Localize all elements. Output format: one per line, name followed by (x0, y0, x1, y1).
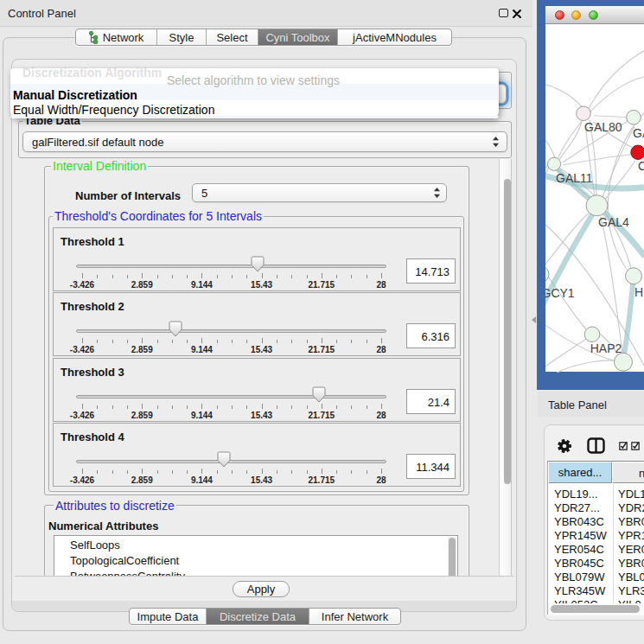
svg-text:GCY1: GCY1 (545, 286, 575, 300)
svg-text:H: H (634, 285, 643, 299)
svg-text:GA: GA (633, 126, 644, 140)
svg-text:GAL80: GAL80 (584, 120, 622, 134)
svg-text:GAL4: GAL4 (598, 215, 629, 229)
svg-text:GAL11: GAL11 (556, 171, 593, 185)
svg-text:HAP2: HAP2 (590, 341, 622, 355)
svg-text:C: C (638, 159, 644, 173)
